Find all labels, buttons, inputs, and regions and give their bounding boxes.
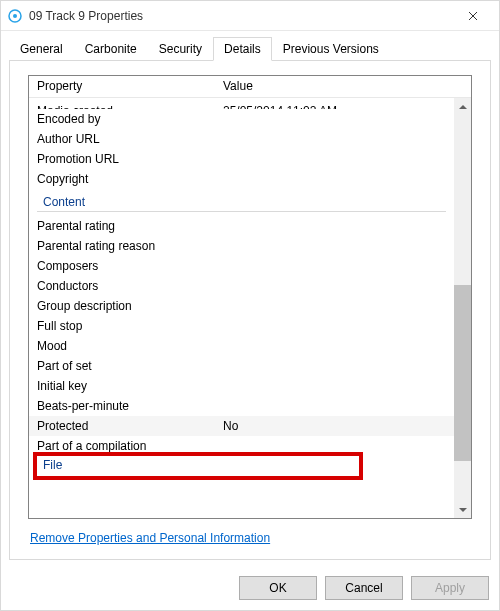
properties-dialog: 09 Track 9 Properties General Carbonite … bbox=[0, 0, 500, 611]
prop-label: Beats-per-minute bbox=[29, 399, 215, 413]
row-parental-rating[interactable]: Parental rating bbox=[29, 216, 454, 236]
section-content: Content bbox=[29, 189, 454, 211]
chevron-up-icon bbox=[459, 105, 467, 109]
column-value[interactable]: Value bbox=[215, 76, 471, 97]
apply-button[interactable]: Apply bbox=[411, 576, 489, 600]
row-parental-reason[interactable]: Parental rating reason bbox=[29, 236, 454, 256]
close-icon bbox=[468, 11, 478, 21]
row-compilation[interactable]: Part of a compilation bbox=[29, 436, 454, 456]
prop-label: Parental rating bbox=[29, 219, 215, 233]
prop-label: Group description bbox=[29, 299, 215, 313]
row-conductors[interactable]: Conductors bbox=[29, 276, 454, 296]
list-header: Property Value bbox=[29, 76, 471, 98]
prop-label: Encoded by bbox=[29, 112, 215, 126]
row-group-description[interactable]: Group description bbox=[29, 296, 454, 316]
prop-label: Promotion URL bbox=[29, 152, 215, 166]
tab-security[interactable]: Security bbox=[148, 37, 213, 61]
prop-label: Full stop bbox=[29, 319, 215, 333]
prop-label: Media created bbox=[29, 104, 215, 109]
row-promotion-url[interactable]: Promotion URL bbox=[29, 149, 454, 169]
prop-label: Initial key bbox=[29, 379, 215, 393]
list-body: Media created 25/05/2014 11:02 AM Encode… bbox=[29, 98, 454, 518]
row-part-of-set[interactable]: Part of set bbox=[29, 356, 454, 376]
tab-carbonite[interactable]: Carbonite bbox=[74, 37, 148, 61]
scroll-up-button[interactable] bbox=[454, 98, 471, 115]
prop-value: No bbox=[215, 419, 454, 433]
prop-value: 25/05/2014 11:02 AM bbox=[215, 104, 454, 109]
titlebar: 09 Track 9 Properties bbox=[1, 1, 499, 31]
prop-label: Mood bbox=[29, 339, 215, 353]
prop-label: Protected bbox=[29, 419, 215, 433]
prop-label: Part of a compilation bbox=[29, 439, 215, 453]
details-panel: Property Value Media created 25/05/2014 … bbox=[9, 60, 491, 560]
remove-properties-link[interactable]: Remove Properties and Personal Informati… bbox=[30, 531, 270, 545]
scroll-thumb[interactable] bbox=[454, 285, 471, 461]
tab-general[interactable]: General bbox=[9, 37, 74, 61]
column-property[interactable]: Property bbox=[29, 76, 215, 97]
row-bpm[interactable]: Beats-per-minute bbox=[29, 396, 454, 416]
prop-label: Parental rating reason bbox=[29, 239, 215, 253]
row-mood[interactable]: Mood bbox=[29, 336, 454, 356]
prop-label: Author URL bbox=[29, 132, 215, 146]
row-media-created[interactable]: Media created 25/05/2014 11:02 AM bbox=[29, 98, 454, 109]
prop-label: Composers bbox=[29, 259, 215, 273]
chevron-down-icon bbox=[459, 508, 467, 512]
row-copyright[interactable]: Copyright bbox=[29, 169, 454, 189]
svg-point-1 bbox=[13, 14, 17, 18]
tab-previous-versions[interactable]: Previous Versions bbox=[272, 37, 390, 61]
scroll-down-button[interactable] bbox=[454, 501, 471, 518]
properties-list: Property Value Media created 25/05/2014 … bbox=[28, 75, 472, 519]
section-divider bbox=[37, 211, 446, 212]
window-title: 09 Track 9 Properties bbox=[29, 9, 453, 23]
vertical-scrollbar[interactable] bbox=[454, 98, 471, 518]
row-full-stop[interactable]: Full stop bbox=[29, 316, 454, 336]
row-initial-key[interactable]: Initial key bbox=[29, 376, 454, 396]
row-encoded-by[interactable]: Encoded by bbox=[29, 109, 454, 129]
row-protected[interactable]: Protected No bbox=[29, 416, 454, 436]
tab-details[interactable]: Details bbox=[213, 37, 272, 61]
row-composers[interactable]: Composers bbox=[29, 256, 454, 276]
section-file: File bbox=[29, 456, 454, 469]
row-author-url[interactable]: Author URL bbox=[29, 129, 454, 149]
prop-label: Copyright bbox=[29, 172, 215, 186]
prop-label: Conductors bbox=[29, 279, 215, 293]
tabstrip: General Carbonite Security Details Previ… bbox=[1, 31, 499, 61]
close-button[interactable] bbox=[453, 1, 493, 31]
dialog-buttons: OK Cancel Apply bbox=[239, 576, 489, 600]
ok-button[interactable]: OK bbox=[239, 576, 317, 600]
cancel-button[interactable]: Cancel bbox=[325, 576, 403, 600]
prop-label: Part of set bbox=[29, 359, 215, 373]
app-icon bbox=[7, 8, 23, 24]
